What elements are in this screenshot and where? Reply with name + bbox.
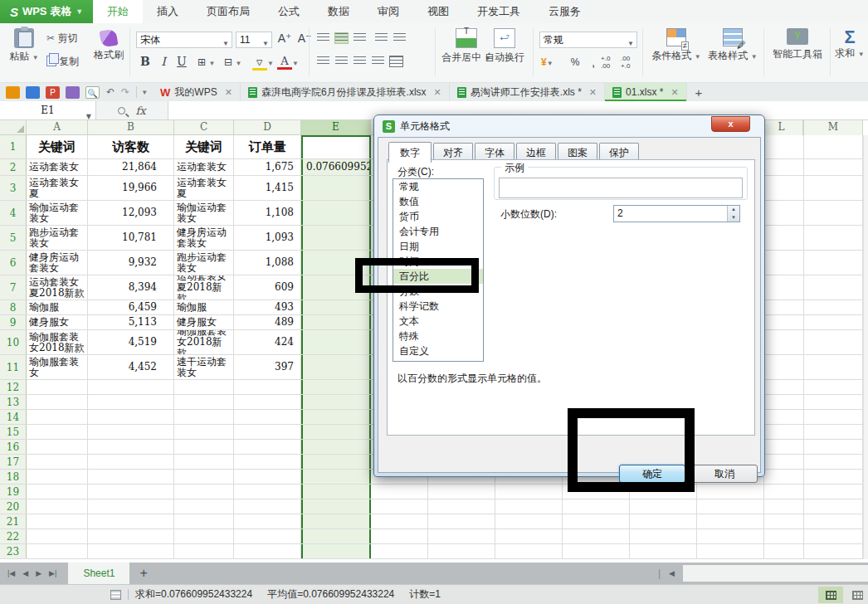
cell-D11[interactable]: 397: [234, 355, 301, 379]
vertical-scrollbar[interactable]: [863, 135, 868, 559]
insert-function-button[interactable]: fx: [135, 105, 145, 117]
cell-B18[interactable]: [88, 470, 174, 484]
row-header-11[interactable]: 11: [0, 355, 27, 379]
cell-C17[interactable]: [174, 455, 234, 469]
print-icon[interactable]: [66, 86, 80, 99]
cell-A10[interactable]: 瑜伽服套装女2018新款: [27, 330, 88, 354]
cell-A12[interactable]: [27, 380, 88, 394]
align-right-icon[interactable]: [354, 56, 366, 66]
menu-tab-插入[interactable]: 插入: [143, 0, 193, 23]
row-header-16[interactable]: 16: [0, 440, 27, 454]
row-header-3[interactable]: 3: [0, 176, 27, 200]
increase-indent-icon[interactable]: [393, 33, 406, 43]
format-painter-button[interactable]: 格式刷: [90, 30, 128, 62]
normal-view-button[interactable]: [818, 587, 843, 603]
cell-A11[interactable]: 瑜伽服套装女: [27, 355, 88, 379]
cell-E2[interactable]: 0.076609952433224: [301, 159, 371, 175]
cell-D6[interactable]: 1,088: [234, 251, 301, 275]
cell-A9[interactable]: 健身服女: [27, 315, 88, 329]
cell-C11[interactable]: 速干运动套装女: [174, 355, 234, 379]
comma-style-button[interactable]: ,: [586, 55, 601, 69]
font-color-button[interactable]: A: [277, 55, 292, 70]
cell-B3[interactable]: 19,966: [88, 176, 174, 200]
column-header-D[interactable]: D: [234, 120, 301, 134]
column-header-L[interactable]: L: [759, 120, 803, 135]
dialog-titlebar[interactable]: S 单元格格式: [383, 119, 450, 134]
cell-D9[interactable]: 489: [234, 315, 301, 329]
align-center-icon[interactable]: [335, 56, 348, 66]
horizontal-scrollbar[interactable]: [683, 565, 868, 582]
decrease-decimal-button[interactable]: .00+.0: [621, 55, 630, 70]
cell-E19[interactable]: [301, 485, 371, 499]
cell-C1[interactable]: 关键词: [174, 135, 234, 158]
menu-tab-开发工具[interactable]: 开发工具: [463, 0, 534, 23]
cell-B23[interactable]: [88, 544, 174, 558]
align-top-icon[interactable]: [317, 33, 329, 43]
cell-C20[interactable]: [174, 499, 234, 514]
category-item-会计专用[interactable]: 会计专用: [393, 224, 483, 239]
cell-E18[interactable]: [301, 470, 371, 484]
cell-A1[interactable]: 关键词: [27, 135, 88, 158]
cell-E16[interactable]: [301, 440, 371, 454]
copy-button[interactable]: 复制: [46, 55, 79, 69]
wrap-text-button[interactable]: 自动换行: [478, 28, 531, 65]
empty-cells[interactable]: [371, 529, 863, 543]
category-item-货币[interactable]: 货币: [393, 209, 483, 224]
cell-D10[interactable]: 424: [234, 330, 301, 354]
cell-E14[interactable]: [301, 410, 371, 424]
decimal-places-stepper[interactable]: 2 ▲▼: [613, 205, 740, 222]
column-header-M[interactable]: M: [803, 120, 863, 135]
category-item-自定义[interactable]: 自定义: [393, 343, 483, 358]
column-header-E[interactable]: E: [301, 120, 371, 134]
cell-E21[interactable]: [301, 514, 371, 528]
row-header-21[interactable]: 21: [0, 514, 27, 528]
prev-sheet-icon[interactable]: ◀: [22, 569, 28, 577]
stepper-arrows[interactable]: ▲▼: [727, 206, 739, 222]
cell-B7[interactable]: 8,394: [88, 275, 174, 300]
cell-A19[interactable]: [27, 485, 88, 499]
cell-B2[interactable]: 21,864: [88, 159, 174, 175]
column-header-A[interactable]: A: [27, 120, 88, 134]
last-sheet-icon[interactable]: ▶|: [49, 569, 56, 577]
cell-D18[interactable]: [234, 470, 301, 484]
category-item-常规[interactable]: 常规: [393, 179, 483, 194]
cell-B9[interactable]: 5,113: [88, 315, 174, 329]
menu-tab-视图[interactable]: 视图: [413, 0, 463, 23]
scroll-left-icon[interactable]: ◀: [669, 569, 675, 577]
cell-B21[interactable]: [88, 514, 174, 528]
cell-D13[interactable]: [234, 395, 301, 409]
document-tab[interactable]: 森湃电商学院6月份排课及排班表.xlsx✕: [241, 83, 450, 101]
empty-cells[interactable]: [371, 514, 863, 528]
category-item-日期[interactable]: 日期: [393, 239, 483, 254]
cell-D19[interactable]: [234, 485, 301, 499]
cell-A18[interactable]: [27, 470, 88, 484]
cell-C14[interactable]: [174, 410, 234, 424]
row-header-12[interactable]: 12: [0, 380, 27, 394]
conditional-format-button[interactable]: 条件格式 ▼: [647, 28, 705, 63]
cell-C6[interactable]: 跑步运动套装女: [174, 251, 234, 275]
menu-tab-页面布局[interactable]: 页面布局: [193, 0, 264, 23]
cell-E20[interactable]: [301, 499, 371, 514]
cell-A20[interactable]: [27, 499, 88, 514]
cell-B16[interactable]: [88, 440, 174, 454]
cell-B5[interactable]: 10,781: [88, 226, 174, 250]
cell-D7[interactable]: 609: [234, 275, 301, 300]
open-file-icon[interactable]: [6, 86, 20, 99]
cancel-button[interactable]: 取消: [691, 465, 758, 483]
cell-B15[interactable]: [88, 425, 174, 439]
distributed-icon[interactable]: [390, 56, 402, 66]
row-header-17[interactable]: 17: [0, 455, 27, 469]
customize-toolbar-caret[interactable]: ▼: [141, 89, 148, 96]
cell-D2[interactable]: 1,675: [234, 159, 301, 175]
cell-C4[interactable]: 瑜伽运动套装女: [174, 201, 234, 225]
cell-D1[interactable]: 订单量: [234, 135, 301, 158]
row-header-15[interactable]: 15: [0, 425, 27, 439]
category-item-特殊[interactable]: 特殊: [393, 329, 483, 343]
currency-icon[interactable]: ¥▼: [541, 56, 553, 68]
cell-C3[interactable]: 运动套装女夏: [174, 176, 234, 200]
row-header-19[interactable]: 19: [0, 485, 27, 499]
cell-D5[interactable]: 1,093: [234, 226, 301, 250]
stepper-down-icon[interactable]: ▼: [728, 214, 739, 222]
dialog-close-button[interactable]: x: [711, 116, 750, 132]
empty-cells[interactable]: [371, 544, 863, 558]
